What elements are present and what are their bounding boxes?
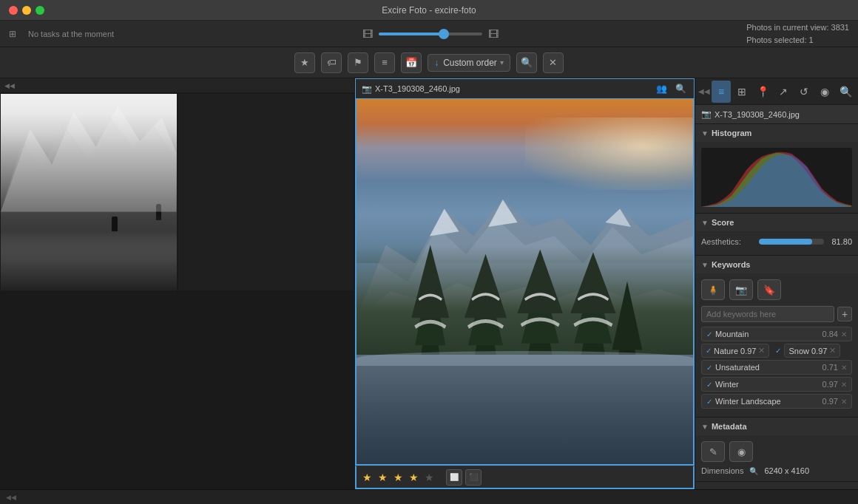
aesthetics-label: Aesthetics: — [701, 237, 753, 246]
snow-surface — [357, 351, 693, 366]
kw-unsaturated-score: 0.71 — [822, 363, 838, 372]
kw-winter-landscape-remove[interactable]: ✕ — [841, 398, 847, 406]
score-section: ▼ Score Aesthetics: 81.80 — [695, 214, 858, 256]
star-3[interactable]: ★ — [393, 471, 403, 483]
filmstrip-slider[interactable] — [379, 33, 482, 35]
camera-keyword-button[interactable]: 📷 — [729, 279, 753, 300]
kw-nature-remove[interactable]: ✕ — [758, 346, 765, 355]
metadata-section: ▼ Metadata ✎ ◉ Dimensions 🔍 6240 x 4160 — [695, 418, 858, 482]
list-view-button[interactable]: ≡ — [374, 52, 395, 73]
bottom-nav-icon[interactable]: ◀◀ — [6, 494, 16, 501]
photo-cell-bw[interactable] — [0, 93, 178, 291]
file-icon: 📷 — [362, 84, 372, 94]
kw-winter-remove[interactable]: ✕ — [841, 381, 847, 389]
score-bar-fill — [759, 239, 812, 245]
star-2[interactable]: ★ — [378, 471, 388, 483]
map-button[interactable]: 📍 — [753, 81, 772, 103]
slider-track — [379, 33, 482, 35]
kw-winter-landscape-name: Winter Landscape — [715, 397, 781, 406]
people-button[interactable]: 👥 — [654, 81, 669, 96]
histogram-section: ▼ Histogram — [695, 124, 858, 214]
meta-icon-row: ✎ ◉ — [701, 441, 852, 462]
keyword-nature-inline: ✓ Nature 0.97 ✕ — [701, 344, 769, 358]
kw-snow-remove[interactable]: ✕ — [829, 346, 836, 355]
window-controls[interactable] — [9, 6, 44, 15]
maximize-button[interactable] — [36, 6, 44, 15]
photo-viewer — [355, 99, 695, 466]
sort-dropdown-icon: ▾ — [500, 58, 504, 67]
score-arrow: ▼ — [701, 219, 709, 227]
sort-button[interactable]: ↓ Custom order ▾ — [428, 54, 510, 72]
toolbar: ★ 🏷 ⚑ ≡ 📅 ↓ Custom order ▾ 🔍 ✕ — [0, 47, 858, 78]
right-panel: ◀◀ ≡ ⊞ 📍 ↗ ↺ ◉ 🔍 📷 X-T3_190308_2460.jpg … — [695, 78, 858, 489]
keyword-input-row: + — [701, 306, 852, 322]
keyword-winter-left: ✓ Winter — [706, 380, 739, 389]
close-button[interactable] — [9, 6, 18, 15]
star-4[interactable]: ★ — [409, 471, 419, 483]
star-1[interactable]: ★ — [362, 471, 372, 483]
filmstrip-right-icon: 🎞 — [488, 28, 499, 40]
metadata-header[interactable]: ▼ Metadata — [695, 418, 858, 435]
zoom-button[interactable]: 🔍 — [673, 81, 688, 96]
label-filter-button[interactable]: 🏷 — [321, 52, 342, 73]
keyword-input[interactable] — [701, 306, 834, 322]
winter-landscape-photo — [357, 99, 693, 464]
dimensions-value: 6240 x 4160 — [764, 466, 809, 475]
histogram-arrow: ▼ — [701, 129, 709, 137]
metadata-arrow: ▼ — [701, 423, 709, 431]
meta-eye-button[interactable]: ◉ — [729, 441, 753, 462]
kw-winter-landscape-check: ✓ — [706, 398, 712, 406]
add-keyword-button[interactable]: + — [837, 307, 852, 321]
score-bar-wrap — [759, 239, 824, 245]
keyword-mountain-right: 0.84 ✕ — [822, 330, 847, 338]
kw-snow-score: 0.97 — [811, 347, 827, 355]
close-filter-button[interactable]: ✕ — [543, 52, 564, 73]
calendar-filter-button[interactable]: 📅 — [401, 52, 422, 73]
minimize-button[interactable] — [22, 6, 31, 15]
bw-mountain-photo — [1, 94, 177, 290]
sort-label: Custom order — [443, 58, 497, 68]
svg-marker-20 — [612, 282, 642, 350]
person-keyword-button[interactable]: 🧍 — [701, 279, 725, 300]
star-5[interactable]: ★ — [425, 471, 434, 483]
face-detect-button[interactable]: ◉ — [815, 81, 834, 103]
keywords-arrow: ▼ — [701, 261, 709, 269]
detail-view-button[interactable]: ≡ — [712, 81, 731, 103]
histogram-canvas — [701, 148, 852, 207]
keywords-title: Keywords — [712, 260, 751, 269]
dimensions-row: Dimensions 🔍 6240 x 4160 — [701, 466, 852, 475]
slider-fill — [379, 33, 441, 35]
score-content: Aesthetics: 81.80 — [695, 231, 858, 255]
keyword-mountain-name: Mountain — [715, 330, 749, 338]
kw-unsaturated-check: ✓ — [706, 364, 712, 372]
right-expand-button[interactable]: ◀◀ — [698, 81, 710, 103]
footer-btn-2[interactable]: ⬛ — [465, 469, 482, 486]
score-header[interactable]: ▼ Score — [695, 214, 858, 231]
share-button[interactable]: ↗ — [774, 81, 793, 103]
keyword-snow-inline: Snow 0.97 ✕ — [784, 344, 840, 358]
svg-marker-15 — [517, 250, 562, 313]
keyword-mountain: ✓ Mountain 0.84 ✕ — [701, 327, 852, 341]
meta-edit-button[interactable]: ✎ — [701, 441, 725, 462]
search-right-button[interactable]: 🔍 — [836, 81, 855, 103]
main-layout: ◀◀ — [0, 78, 858, 489]
filmstrip-nav-row: ◀◀ — [0, 78, 354, 93]
star-filter-button[interactable]: ★ — [294, 52, 315, 73]
search-button[interactable]: 🔍 — [516, 52, 537, 73]
flag-filter-button[interactable]: ⚑ — [348, 52, 368, 73]
kw-nature-score: 0.97 — [740, 347, 756, 355]
footer-btn-1[interactable]: ⬜ — [446, 469, 462, 486]
filmstrip-nav-icon[interactable]: ◀◀ — [4, 82, 15, 89]
aesthetics-score-row: Aesthetics: 81.80 — [701, 237, 852, 246]
kw-unsaturated-remove[interactable]: ✕ — [841, 364, 847, 372]
histogram-svg — [701, 148, 852, 207]
bookmark-keyword-button[interactable]: 🔖 — [757, 279, 781, 300]
keywords-header[interactable]: ▼ Keywords — [695, 256, 858, 273]
rotate-button[interactable]: ↺ — [794, 81, 814, 103]
grid-view-button[interactable]: ⊞ — [732, 81, 751, 103]
histogram-header[interactable]: ▼ Histogram — [695, 124, 858, 142]
mountain-peaks-svg — [1, 94, 177, 212]
svg-marker-18 — [570, 252, 615, 313]
filmstrip-left-icon: 🎞 — [362, 28, 373, 40]
keyword-mountain-remove[interactable]: ✕ — [841, 330, 847, 338]
